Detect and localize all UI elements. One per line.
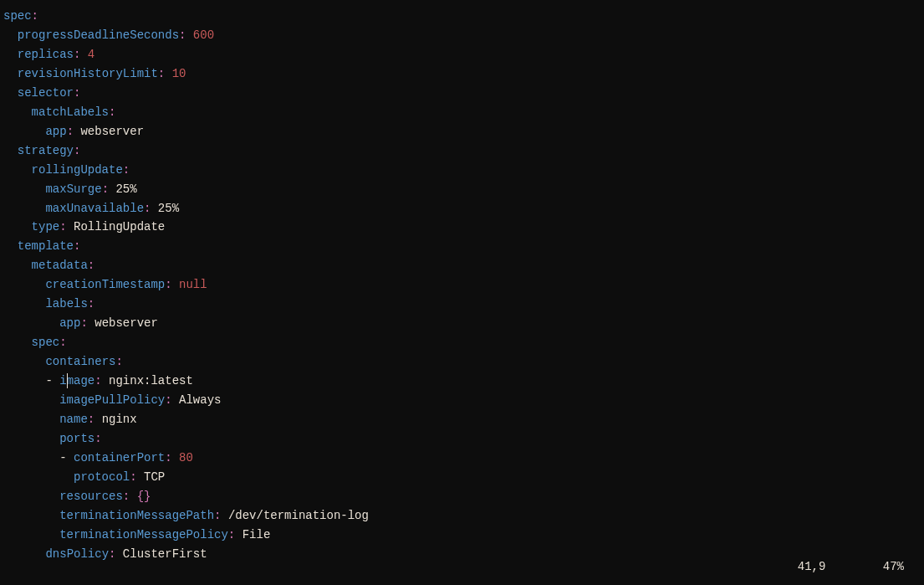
code-line[interactable]: revisionHistoryLimit: 10: [3, 64, 921, 84]
code-line[interactable]: terminationMessagePolicy: File: [3, 526, 921, 545]
code-editor[interactable]: spec: progressDeadlineSeconds: 600 repli…: [0, 0, 924, 564]
code-line[interactable]: containers:: [3, 352, 921, 372]
code-line[interactable]: progressDeadlineSeconds: 600: [3, 26, 921, 45]
code-line[interactable]: spec:: [3, 7, 921, 26]
code-line[interactable]: name: nginx: [3, 410, 921, 429]
code-line[interactable]: dnsPolicy: ClusterFirst: [3, 545, 921, 564]
code-line[interactable]: ports:: [3, 429, 921, 449]
code-line[interactable]: terminationMessagePath: /dev/termination…: [3, 506, 921, 526]
code-line[interactable]: labels:: [3, 295, 921, 314]
code-line[interactable]: template:: [3, 237, 921, 256]
scroll-percent: 47%: [883, 557, 904, 577]
code-line[interactable]: - containerPort: 80: [3, 449, 921, 468]
code-line[interactable]: metadata:: [3, 256, 921, 275]
code-line[interactable]: app: webserver: [3, 122, 921, 141]
code-line[interactable]: resources: {}: [3, 487, 921, 506]
code-line[interactable]: protocol: TCP: [3, 468, 921, 487]
code-line[interactable]: imagePullPolicy: Always: [3, 391, 921, 410]
code-line[interactable]: maxUnavailable: 25%: [3, 199, 921, 218]
cursor-position: 41,9: [798, 557, 826, 577]
vim-status-bar: 41,9 47%: [798, 556, 924, 585]
code-line[interactable]: selector:: [3, 84, 921, 103]
code-line[interactable]: maxSurge: 25%: [3, 180, 921, 199]
code-line[interactable]: app: webserver: [3, 314, 921, 333]
code-line[interactable]: type: RollingUpdate: [3, 218, 921, 237]
code-line[interactable]: rollingUpdate:: [3, 161, 921, 180]
code-line[interactable]: spec:: [3, 333, 921, 352]
code-line[interactable]: strategy:: [3, 141, 921, 161]
code-line[interactable]: replicas: 4: [3, 45, 921, 64]
code-line[interactable]: matchLabels:: [3, 103, 921, 122]
code-line[interactable]: creationTimestamp: null: [3, 275, 921, 295]
code-line[interactable]: - image: nginx:latest: [3, 372, 921, 391]
